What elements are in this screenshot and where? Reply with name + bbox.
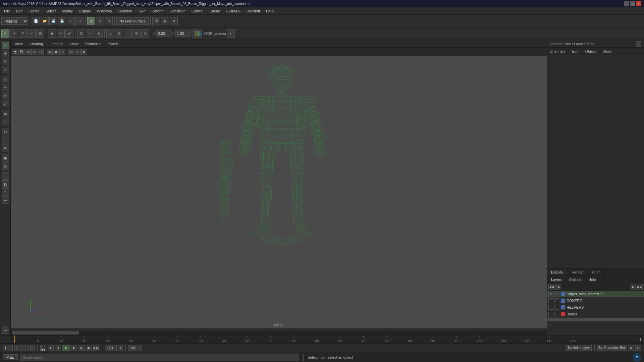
menu-control[interactable]: Control [189, 8, 206, 14]
layer-tab-display[interactable]: Display [547, 269, 568, 275]
more-tools-btn[interactable]: ••• [2, 326, 9, 334]
ik-tool-left[interactable]: ⊣ [2, 136, 9, 143]
layers-subtab[interactable]: Layers [548, 277, 565, 282]
options-subtab[interactable]: Options [566, 277, 584, 282]
layer-lock-bones[interactable] [554, 312, 559, 316]
scrollbar-thumb-h[interactable] [12, 331, 79, 335]
orient-joint-btn[interactable]: ⊕ [95, 29, 103, 38]
menu-skin[interactable]: Skin [136, 8, 148, 14]
timeline-ruler[interactable]: 1 5 10 15 20 25 30 35 40 45 50 55 [11, 336, 644, 343]
save-file-button[interactable]: 💾 [49, 17, 57, 25]
select-tool-button[interactable]: ▣ [87, 17, 95, 25]
playback-next-key-btn[interactable]: |▶ [86, 345, 92, 351]
render-btn[interactable]: 🎬 [152, 17, 160, 25]
playback-next-frame-btn[interactable]: ▶ [78, 345, 85, 351]
layer-item-helpers[interactable]: HELPERS [547, 304, 644, 311]
menu-cache[interactable]: Cache [207, 8, 223, 14]
range-start-input[interactable] [3, 345, 13, 351]
layer-tab-render[interactable]: Render [568, 269, 588, 275]
mel-input[interactable] [20, 354, 299, 361]
soft-select-btn[interactable]: ◉ [48, 29, 56, 38]
layer-lock-main[interactable]: P [554, 292, 559, 296]
minimize-button[interactable]: − [624, 1, 629, 6]
vp-shading-btn[interactable]: ◫ [31, 49, 37, 55]
char-settings-btn[interactable]: ⚙ [635, 345, 641, 351]
render-left[interactable]: ◼ [2, 154, 9, 162]
y-input[interactable]: 1.00 [175, 31, 191, 37]
artisan-tool[interactable]: ✏ [2, 84, 9, 91]
snap-to-curve-btn[interactable]: ⌒ [124, 29, 132, 38]
menu-edit[interactable]: Edit [13, 8, 25, 14]
layer-next-btn[interactable]: ▶ [630, 284, 636, 290]
tab-channels[interactable]: Channels [548, 49, 567, 54]
sculpt-btn[interactable]: ✏ [57, 29, 65, 38]
tab-object[interactable]: Object [584, 49, 597, 54]
menu-display[interactable]: Display [76, 8, 94, 14]
vp-camera-btn[interactable]: 📷 [12, 49, 18, 55]
display-btn[interactable]: ◧ [2, 180, 9, 188]
vp-origin-btn[interactable]: ✛ [75, 49, 81, 55]
viewport-menu-lighting[interactable]: Lighting [48, 41, 64, 47]
current-frame-input[interactable] [14, 345, 26, 351]
soft-mod-tool[interactable]: ◎ [2, 76, 9, 83]
snap-to-point-btn[interactable]: ⊡ [132, 29, 141, 38]
no-character-set-btn[interactable]: No Character Set [597, 345, 627, 351]
menu-modify[interactable]: Modify [59, 8, 75, 14]
menu-skeleton[interactable]: Skeleton [115, 8, 135, 14]
layer-item-control[interactable]: CONTROL [547, 297, 644, 304]
mode-dropdown[interactable]: Rigging [1, 17, 28, 25]
show-grid-btn[interactable]: ⊞ [2, 110, 9, 117]
viewport-menu-show[interactable]: Show [68, 41, 80, 47]
anim-settings-btn[interactable]: ⚙ [628, 345, 634, 351]
vp-flat-btn[interactable]: ◼ [53, 49, 59, 55]
rotate-btn[interactable]: ↻ [19, 29, 27, 38]
playback-end-btn[interactable]: ▶▶| [93, 345, 99, 351]
viewport-scrollbar-h[interactable] [11, 330, 547, 335]
layers-btn[interactable]: ☰ [2, 172, 9, 180]
viewport-menu-shading[interactable]: Shading [28, 41, 44, 47]
layer-prev2-btn[interactable]: ◀ [555, 284, 561, 290]
playback-play-btn[interactable]: ▶ [62, 345, 70, 351]
no-live-surface-btn[interactable]: No Live Surface [116, 17, 149, 25]
snap-to-grid-btn[interactable]: ⊞ [115, 29, 123, 38]
open-file-button[interactable]: 📂 [41, 17, 49, 25]
lasso-select-button[interactable]: ⊂ [96, 17, 104, 25]
vp-image-btn[interactable]: 🖼 [25, 49, 31, 55]
color-mgmt-dropdown-btn[interactable]: ▾ [227, 29, 235, 38]
paint-tool[interactable]: 🖌 [2, 100, 9, 107]
ik-handle-btn[interactable]: ⊣ [86, 29, 94, 38]
viewport-menu-view[interactable]: View [13, 41, 24, 47]
select-arrow-btn[interactable]: ↖ [1, 29, 9, 38]
joint-btn[interactable]: ⊡ [77, 29, 85, 38]
show-manip-btn[interactable]: ⊿ [106, 29, 114, 38]
layer-scrollbar-thumb[interactable] [547, 318, 644, 321]
layer-vis-main[interactable]: V [548, 292, 553, 296]
panel-close-btn[interactable]: ✕ [636, 41, 641, 47]
playback-prev-key-btn[interactable]: ◀| [48, 345, 54, 351]
tab-show[interactable]: Show [601, 49, 613, 54]
paint-select-button[interactable]: ⊙ [105, 17, 113, 25]
attrs-btn[interactable]: ≡ [2, 188, 9, 196]
save-as-button[interactable]: 💾 [58, 17, 66, 25]
menu-help[interactable]: Help [263, 8, 276, 14]
undo-button[interactable]: ↩ [67, 17, 75, 25]
scale-tool-left[interactable]: ⤢ [2, 66, 9, 73]
render-settings-btn[interactable]: ⚙ [170, 17, 178, 25]
playback-stop-btn[interactable]: ▶ [71, 345, 77, 351]
vp-rough-btn[interactable]: ◻ [59, 49, 65, 55]
menu-select[interactable]: Select [43, 8, 59, 14]
manip-tool[interactable]: ⊿ [2, 118, 9, 125]
viewport-menu-renderer[interactable]: Renderer [84, 41, 102, 47]
layer-item-bones[interactable]: Bones [547, 311, 644, 317]
redo-button[interactable]: ↪ [75, 17, 84, 25]
move-btn[interactable]: ✛ [10, 29, 18, 38]
move-tool-left[interactable]: ✛ [2, 50, 9, 57]
x-input[interactable]: 0.00 [156, 31, 171, 37]
no-anim-layer-btn[interactable]: No Anim Layer [566, 345, 592, 351]
playback-prev-frame-btn[interactable]: ◀ [55, 345, 61, 351]
vp-film-btn[interactable]: 🎞 [18, 49, 24, 55]
connections-btn[interactable]: ⇌ [2, 196, 9, 204]
paint-wts-btn[interactable]: 🖌 [65, 29, 73, 38]
sculpt-tool[interactable]: ⊙ [2, 92, 9, 99]
mel-tab[interactable]: MEL [3, 354, 18, 360]
